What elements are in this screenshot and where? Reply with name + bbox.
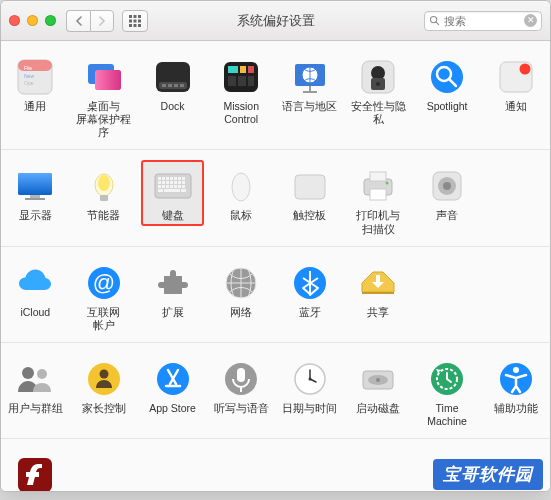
svg-point-112 (513, 367, 519, 373)
pref-users[interactable]: 用户与群组 (1, 355, 70, 436)
pref-mouse[interactable]: 鼠标 (207, 162, 276, 243)
forward-button[interactable] (90, 10, 114, 32)
pref-notifications[interactable]: 通知 (481, 53, 550, 147)
pref-label: 共享 (367, 306, 389, 319)
pref-label: 蓝牙 (299, 306, 321, 319)
pref-security[interactable]: 安全性与隐私 (344, 53, 413, 147)
pref-trackpad[interactable]: 触控板 (276, 162, 345, 243)
svg-rect-8 (138, 24, 141, 27)
pref-general[interactable]: FileNewOpe 通用 (1, 53, 70, 147)
clear-search-icon[interactable]: ✕ (524, 14, 537, 27)
pref-label: 键盘 (162, 209, 184, 222)
svg-point-108 (376, 378, 380, 382)
svg-rect-63 (170, 181, 173, 184)
pref-bluetooth[interactable]: 蓝牙 (276, 259, 345, 340)
pref-mission-control[interactable]: Mission Control (207, 53, 276, 147)
pref-label: 听写与语音 (214, 402, 269, 415)
security-icon (358, 57, 398, 97)
pref-language[interactable]: 语言与地区 (276, 53, 345, 147)
dictation-icon (221, 359, 261, 399)
svg-rect-30 (238, 76, 246, 86)
pref-label: 节能器 (87, 209, 120, 222)
svg-point-82 (386, 182, 389, 185)
svg-rect-29 (228, 76, 236, 86)
printers-icon (358, 166, 398, 206)
show-all-button[interactable] (122, 10, 148, 32)
svg-rect-81 (370, 189, 386, 200)
svg-point-40 (431, 61, 463, 93)
grid-icon (128, 14, 142, 28)
pref-spotlight[interactable]: Spotlight (413, 53, 482, 147)
svg-point-94 (88, 363, 120, 395)
pref-accessibility[interactable]: 辅助功能 (481, 355, 550, 436)
pref-dictation[interactable]: 听写与语音 (207, 355, 276, 436)
pref-datetime[interactable]: 日期与时间 (276, 355, 345, 436)
pref-parental[interactable]: 家长控制 (70, 355, 139, 436)
svg-rect-54 (162, 177, 165, 180)
pref-dock[interactable]: Dock (138, 53, 207, 147)
svg-rect-23 (174, 84, 178, 87)
pref-extensions[interactable]: 扩展 (138, 259, 207, 340)
svg-rect-60 (158, 181, 161, 184)
pref-timemachine[interactable]: Time Machine (413, 355, 482, 436)
parental-icon (84, 359, 124, 399)
keyboard-icon (153, 166, 193, 206)
zoom-icon[interactable] (45, 15, 56, 26)
timemachine-icon (427, 359, 467, 399)
pref-flash[interactable]: Flash Player (1, 451, 70, 492)
minimize-icon[interactable] (27, 15, 38, 26)
pref-label: iCloud (20, 306, 50, 319)
pref-label: 日期与时间 (282, 402, 337, 415)
network-icon (221, 263, 261, 303)
pref-label: Mission Control (223, 100, 259, 126)
pref-displays[interactable]: 显示器 (1, 162, 70, 243)
pref-label: Dock (161, 100, 185, 113)
svg-rect-56 (170, 177, 173, 180)
sound-icon (427, 166, 467, 206)
pref-keyboard[interactable]: 键盘 (138, 162, 207, 243)
svg-rect-47 (30, 195, 40, 198)
svg-rect-62 (166, 181, 169, 184)
svg-text:Ope: Ope (24, 80, 34, 86)
svg-rect-24 (180, 84, 184, 87)
sharing-icon (358, 263, 398, 303)
pref-printers[interactable]: 打印机与 扫描仪 (344, 162, 413, 243)
pref-network[interactable]: 网络 (207, 259, 276, 340)
desktop-icon (84, 57, 124, 97)
pref-label: 桌面与 屏幕保护程序 (72, 100, 137, 139)
pref-startup[interactable]: 启动磁盘 (344, 355, 413, 436)
accounts-icon: @ (84, 263, 124, 303)
pref-energy[interactable]: 节能器 (70, 162, 139, 243)
search-field[interactable]: ✕ (424, 11, 542, 31)
language-icon (290, 57, 330, 97)
pref-sound[interactable]: 声音 (413, 162, 482, 243)
svg-rect-69 (166, 185, 169, 188)
svg-rect-28 (248, 66, 254, 73)
close-icon[interactable] (9, 15, 20, 26)
svg-rect-18 (95, 70, 121, 90)
pref-desktop[interactable]: 桌面与 屏幕保护程序 (70, 53, 139, 147)
back-button[interactable] (66, 10, 90, 32)
svg-rect-59 (182, 177, 185, 180)
svg-rect-101 (237, 368, 245, 382)
svg-rect-0 (129, 15, 132, 18)
svg-rect-22 (168, 84, 172, 87)
pref-label: Time Machine (415, 402, 480, 428)
pref-label: 辅助功能 (494, 402, 538, 415)
pref-label: 鼠标 (230, 209, 252, 222)
pref-appstore[interactable]: App Store (138, 355, 207, 436)
pref-label: 家长控制 (82, 402, 126, 415)
nav-buttons (66, 10, 114, 32)
pref-accounts[interactable]: @ 互联网 帐户 (70, 259, 139, 340)
svg-rect-46 (18, 173, 52, 195)
svg-rect-70 (170, 185, 173, 188)
search-input[interactable] (444, 15, 520, 27)
pref-sharing[interactable]: 共享 (344, 259, 413, 340)
svg-rect-26 (228, 66, 238, 73)
pref-label: 通用 (24, 100, 46, 113)
pref-icloud[interactable]: iCloud (1, 259, 70, 340)
section-hardware: 显示器 节能器 键盘 鼠标 (1, 150, 550, 246)
svg-rect-27 (240, 66, 246, 73)
extensions-icon (153, 263, 193, 303)
window-controls (9, 15, 56, 26)
